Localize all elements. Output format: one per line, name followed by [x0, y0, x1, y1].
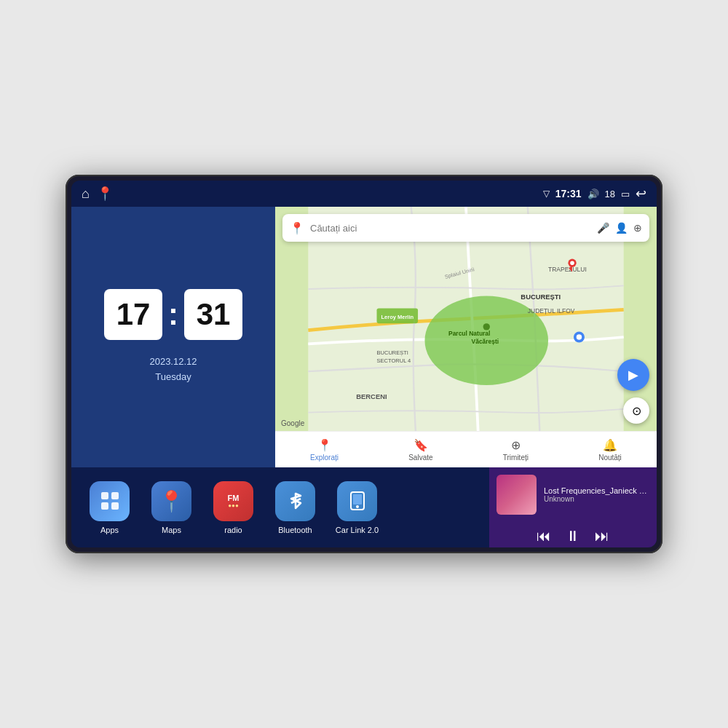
carlink-label: Car Link 2.0	[336, 526, 379, 534]
status-bar: ⌂ 📍 ▽ 17:31 🔊 18 ▭ ↩	[71, 181, 657, 207]
battery-level: 18	[605, 189, 615, 199]
maps-icon-image: 📍	[151, 481, 191, 521]
svg-point-4	[483, 323, 490, 330]
bottom-bar: Apps 📍 Maps FM ●●● radio	[71, 467, 657, 547]
send-icon: ⊕	[511, 438, 521, 452]
svg-point-15	[577, 334, 582, 340]
app-icon-carlink[interactable]: Car Link 2.0	[333, 481, 381, 534]
clock-minute: 31	[184, 289, 242, 340]
saved-icon: 🔖	[414, 438, 428, 452]
svg-rect-21	[111, 502, 119, 510]
svg-text:Văcărești: Văcărești	[472, 338, 499, 345]
carlink-icon-image	[337, 481, 377, 521]
svg-text:Leroy Merlin: Leroy Merlin	[381, 314, 414, 320]
bluetooth-label: Bluetooth	[278, 526, 312, 534]
clock-section: 17 : 31 2023.12.12 Tuesday	[71, 207, 275, 467]
app-icon-bluetooth[interactable]: Bluetooth	[272, 481, 319, 534]
svg-text:BERCENI: BERCENI	[356, 392, 387, 400]
map-bottom-tabs: 📍 Explorați 🔖 Salvate ⊕ Trimiteți 🔔	[275, 431, 657, 467]
device: ⌂ 📍 ▽ 17:31 🔊 18 ▭ ↩ 17 :	[66, 175, 662, 553]
explore-label: Explorați	[310, 454, 339, 462]
radio-icon-image: FM ●●●	[213, 481, 253, 521]
clock-display: 17 : 31	[104, 289, 242, 340]
map-search-icons: 🎤 👤 ⊕	[597, 222, 642, 234]
svg-rect-23	[353, 494, 362, 505]
svg-rect-18	[101, 492, 108, 499]
bluetooth-icon-image	[275, 481, 315, 521]
play-pause-button[interactable]: ⏸	[566, 528, 580, 545]
volume-icon: 🔊	[587, 189, 599, 199]
svg-text:BUCUREȘTI: BUCUREȘTI	[521, 293, 561, 301]
layers-icon[interactable]: ⊕	[633, 222, 642, 234]
app-icon-maps[interactable]: 📍 Maps	[148, 481, 195, 534]
svg-text:Parcul Natural: Parcul Natural	[448, 330, 490, 337]
music-title: Lost Frequencies_Janieck Devy-...	[544, 486, 649, 495]
map-tab-explore[interactable]: 📍 Explorați	[310, 438, 339, 462]
radio-label: radio	[224, 526, 242, 534]
status-left: ⌂ 📍	[82, 186, 113, 202]
music-thumbnail	[496, 475, 537, 515]
svg-text:SECTORUL 4: SECTORUL 4	[377, 357, 411, 364]
svg-point-24	[356, 505, 359, 508]
svg-text:JUDEȚUL ILFOV: JUDEȚUL ILFOV	[528, 307, 575, 314]
date-value: 2023.12.12	[149, 355, 197, 370]
music-text: Lost Frequencies_Janieck Devy-... Unknow…	[544, 486, 649, 503]
clock-colon: :	[168, 297, 178, 332]
map-search-input[interactable]	[310, 223, 591, 234]
apps-icon-image	[90, 481, 130, 521]
music-info: Lost Frequencies_Janieck Devy-... Unknow…	[489, 467, 657, 522]
screen: ⌂ 📍 ▽ 17:31 🔊 18 ▭ ↩ 17 :	[71, 181, 657, 547]
apps-label: Apps	[100, 526, 119, 534]
previous-button[interactable]: ⏮	[537, 528, 551, 545]
map-tab-news[interactable]: 🔔 Noutăți	[598, 438, 622, 462]
back-icon[interactable]: ↩	[636, 186, 646, 202]
maps-status-icon[interactable]: 📍	[97, 186, 113, 202]
app-icon-apps[interactable]: Apps	[86, 481, 133, 534]
main-content: 17 : 31 2023.12.12 Tuesday	[71, 207, 657, 467]
home-icon[interactable]: ⌂	[82, 186, 90, 202]
music-section: Lost Frequencies_Janieck Devy-... Unknow…	[489, 467, 657, 547]
map-search-bar[interactable]: 📍 🎤 👤 ⊕	[282, 214, 649, 242]
voice-search-icon[interactable]: 🎤	[597, 222, 609, 234]
time-display: 17:31	[555, 188, 582, 199]
svg-rect-19	[111, 492, 119, 499]
music-controls: ⏮ ⏸ ⏭	[489, 522, 657, 547]
saved-label: Salvate	[408, 454, 432, 462]
news-icon: 🔔	[603, 438, 617, 452]
explore-icon: 📍	[317, 438, 332, 452]
map-location-button[interactable]: ⊙	[623, 397, 649, 424]
next-button[interactable]: ⏭	[595, 528, 609, 545]
apps-section: Apps 📍 Maps FM ●●● radio	[71, 467, 489, 547]
app-icon-radio[interactable]: FM ●●● radio	[210, 481, 257, 534]
signal-icon: ▽	[543, 189, 550, 199]
music-thumbnail-image	[496, 475, 537, 515]
map-tab-send[interactable]: ⊕ Trimiteți	[503, 438, 529, 462]
status-right: ▽ 17:31 🔊 18 ▭ ↩	[543, 186, 646, 202]
news-label: Noutăți	[598, 454, 622, 462]
maps-label: Maps	[162, 526, 181, 534]
user-avatar-icon[interactable]: 👤	[615, 222, 628, 234]
svg-point-17	[570, 261, 574, 265]
svg-text:TRAPEZULUI: TRAPEZULUI	[548, 266, 587, 274]
day-value: Tuesday	[149, 370, 197, 385]
clock-hour: 17	[104, 289, 162, 340]
map-panel[interactable]: Parcul Natural Văcărești Leroy Merlin BE…	[275, 207, 657, 467]
svg-text:BUCUREȘTI: BUCUREȘTI	[377, 349, 408, 356]
date-display: 2023.12.12 Tuesday	[149, 355, 197, 385]
map-tab-saved[interactable]: 🔖 Salvate	[408, 438, 432, 462]
left-panel: 17 : 31 2023.12.12 Tuesday	[71, 207, 275, 467]
google-logo: Google	[281, 419, 304, 427]
map-background: Parcul Natural Văcărești Leroy Merlin BE…	[275, 207, 657, 467]
map-svg: Parcul Natural Văcărești Leroy Merlin BE…	[275, 207, 657, 467]
map-navigate-button[interactable]: ▶	[617, 359, 649, 391]
svg-rect-20	[101, 502, 108, 510]
maps-pin-small-icon: 📍	[290, 221, 304, 235]
music-artist: Unknown	[544, 495, 649, 503]
battery-icon: ▭	[621, 189, 630, 199]
send-label: Trimiteți	[503, 454, 529, 462]
